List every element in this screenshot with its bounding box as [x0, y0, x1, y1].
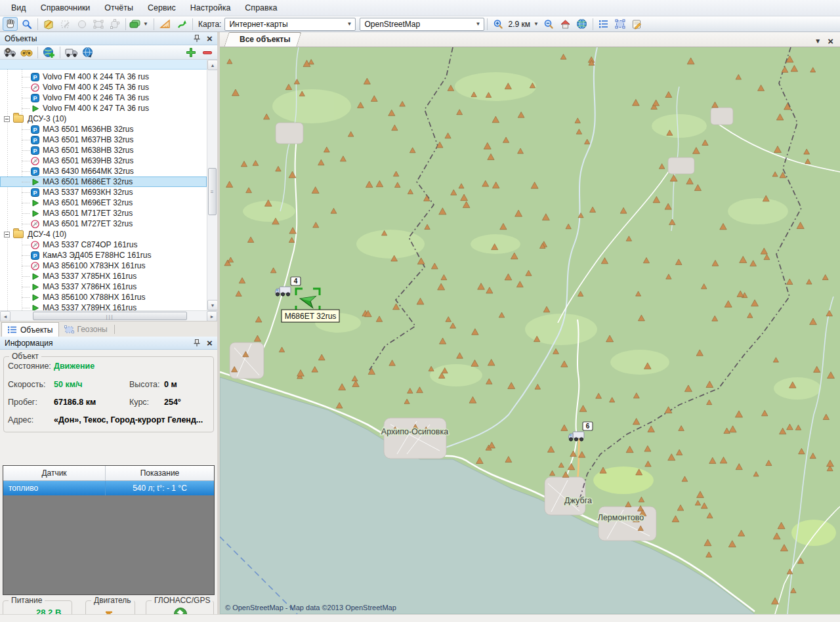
measure-button[interactable] — [158, 17, 173, 31]
menu-настройка[interactable]: Настройка — [183, 1, 238, 14]
tab-objects[interactable]: Объекты — [1, 322, 59, 337]
marker-tooltip-text: М686ЕТ 32rus — [285, 312, 337, 321]
tree-item[interactable]: МАЗ 5337 С874ОР 161rus — [0, 239, 207, 250]
menu-вид[interactable]: Вид — [4, 1, 33, 14]
tree-item[interactable]: МАЗ 5337 Х789НХ 161rus — [0, 302, 207, 310]
scroll-down-button[interactable]: ▼ — [207, 300, 218, 310]
tree-group[interactable]: ДСУ-3 (10) — [0, 114, 207, 124]
menu-сервис[interactable]: Сервис — [140, 1, 183, 14]
layers-button[interactable]: ▼ — [129, 17, 150, 31]
altitude-label: Высота: — [129, 380, 159, 389]
notes-button[interactable] — [629, 17, 644, 31]
close-info-button[interactable]: × — [204, 338, 215, 348]
offline-status-icon — [31, 262, 39, 270]
tree-item[interactable]: МАЗ 6501 М727ЕТ 32rus — [0, 218, 207, 229]
map-label: Карта: — [198, 20, 221, 29]
tab-list-dropdown[interactable]: ▼ — [814, 37, 821, 45]
scroll-up-button[interactable]: ▲ — [207, 60, 218, 70]
tree-item[interactable]: PКамАЗ ЭД405 Е788НС 161rus — [0, 250, 207, 260]
geozones-button[interactable] — [613, 17, 628, 31]
scale-dropdown-arrow[interactable]: ▼ — [534, 21, 539, 27]
zoom-select-button[interactable] — [19, 17, 34, 31]
geozone-icon — [615, 19, 625, 29]
sensor-row[interactable]: топливо 540 л; t°: - 1 °C — [3, 481, 214, 495]
remove-object-button[interactable] — [200, 45, 215, 59]
menu-отчёты[interactable]: Отчёты — [97, 1, 140, 14]
zoom-out-button[interactable] — [541, 17, 556, 31]
pin-icon — [193, 339, 201, 347]
expander-icon[interactable] — [4, 232, 10, 238]
reading-column-header: Показание — [106, 466, 214, 480]
map-provider-combobox[interactable]: OpenStreetMap ▼ — [360, 18, 484, 31]
tree-item[interactable]: PVolvo FM 400 К 246 ТА 36 rus — [0, 93, 207, 103]
tree-vertical-scrollbar[interactable]: ▲ ▼ ≡ — [207, 60, 217, 310]
tree-item[interactable]: PМАЗ 6501 М638НВ 32rus — [0, 145, 207, 156]
search-objects-button[interactable] — [19, 45, 34, 59]
show-on-map-button[interactable] — [80, 45, 95, 59]
draw-rectangle-button[interactable] — [91, 17, 106, 31]
tree-item[interactable]: PМАЗ 6430 М664МК 32rus — [0, 166, 207, 176]
objects-tree[interactable]: PVolvo FM 400 К 244 ТА 36 rusVolvo FM 40… — [0, 60, 207, 310]
zoom-in-button[interactable] — [491, 17, 506, 31]
scroll-left-button[interactable]: ◄ — [0, 311, 10, 321]
show-vehicle-button[interactable] — [64, 45, 79, 59]
hscroll-thumb[interactable]: ||| — [33, 312, 187, 320]
tree-item[interactable]: МАЗ 856100 Х783НХ 161rus — [0, 260, 207, 271]
tree-partial-row[interactable] — [0, 60, 207, 70]
tab-geozones[interactable]: Геозоны — [59, 322, 113, 337]
tree-item-label: Volvo FM 400 К 244 ТА 36 rus — [43, 72, 149, 81]
map-source-combobox[interactable]: Интернет-карты ▼ — [224, 18, 356, 31]
tab-all-objects[interactable]: Все объекты — [226, 32, 299, 47]
map-viewport[interactable]: Архипо-Осиповка Джубга Лермонтово 6 — [220, 47, 840, 614]
internet-map-button[interactable] — [574, 17, 589, 31]
pin-icon — [193, 34, 201, 43]
circle-icon — [77, 19, 87, 30]
parking-status-icon: P — [31, 94, 39, 102]
menu-справка[interactable]: Справка — [238, 1, 284, 14]
draw-circle-button[interactable] — [74, 17, 89, 31]
follow-vehicle-button[interactable] — [3, 45, 18, 59]
expander-icon[interactable] — [4, 116, 10, 122]
legend-list-button[interactable] — [597, 17, 612, 31]
tree-item-label: Volvo FM 400 К 247 ТА 36 rus — [43, 104, 149, 113]
offline-status-icon — [31, 241, 39, 249]
pan-tool-button[interactable] — [3, 17, 18, 31]
parking-status-icon: P — [31, 125, 39, 134]
tree-item[interactable]: МАЗ 856100 Х788НХ 161rus — [0, 292, 207, 302]
engine-label: Двигатель — [91, 596, 134, 605]
scroll-right-button[interactable]: ► — [207, 311, 217, 321]
tree-item[interactable]: Volvo FM 400 К 245 ТА 36 rus — [0, 82, 207, 93]
tree-item[interactable]: МАЗ 6501 М639НВ 32rus — [0, 156, 207, 166]
pin-button[interactable] — [191, 338, 202, 348]
tree-item[interactable]: PМАЗ 6501 М637НВ 32rus — [0, 135, 207, 145]
draw-polygon-button[interactable] — [107, 17, 122, 31]
route-button[interactable] — [174, 17, 189, 31]
moving-status-icon — [31, 199, 39, 207]
tree-item[interactable]: МАЗ 5337 Х786НХ 161rus — [0, 281, 207, 292]
map-canvas[interactable]: Архипо-Осиповка Джубга Лермонтово 6 — [220, 47, 840, 614]
menu-справочники[interactable]: Справочники — [33, 1, 98, 14]
close-map-tab-button[interactable]: × — [828, 35, 833, 47]
close-objects-button[interactable]: × — [204, 33, 215, 44]
vscroll-thumb[interactable]: ≡ — [208, 168, 217, 215]
tree-item[interactable]: PМАЗ 6501 М636НВ 32rus — [0, 124, 207, 135]
home-view-button[interactable] — [558, 17, 573, 31]
edit-selection-button[interactable] — [58, 17, 73, 31]
sensors-table-header: Датчик Показание — [3, 466, 214, 481]
tree-item[interactable]: МАЗ 6501 М717ЕТ 32rus — [0, 208, 207, 218]
tree-item[interactable]: МАЗ 5337 Х785НХ 161rus — [0, 271, 207, 281]
tree-item[interactable]: PМАЗ 5337 М693КН 32rus — [0, 187, 207, 197]
add-object-button[interactable] — [183, 45, 198, 59]
tree-item[interactable]: Volvo FM 400 К 247 ТА 36 rus — [0, 103, 207, 114]
tree-horizontal-scrollbar[interactable]: ◄ ► ||| — [0, 310, 217, 321]
tree-group[interactable]: ДСУ-4 (10) — [0, 229, 207, 239]
add-map-object-button[interactable] — [41, 45, 56, 59]
pin-button[interactable] — [191, 33, 202, 44]
tree-item[interactable]: МАЗ 6501 М696ЕТ 32rus — [0, 197, 207, 208]
tree-item[interactable]: МАЗ 6501 М686ЕТ 32rus — [0, 176, 207, 187]
polygon-icon — [110, 19, 120, 30]
sensor-column-header: Датчик — [3, 466, 106, 480]
tree-item[interactable]: PVolvo FM 400 К 244 ТА 36 rus — [0, 72, 207, 82]
edit-map-button[interactable] — [41, 17, 56, 31]
svg-text:P: P — [33, 127, 37, 133]
